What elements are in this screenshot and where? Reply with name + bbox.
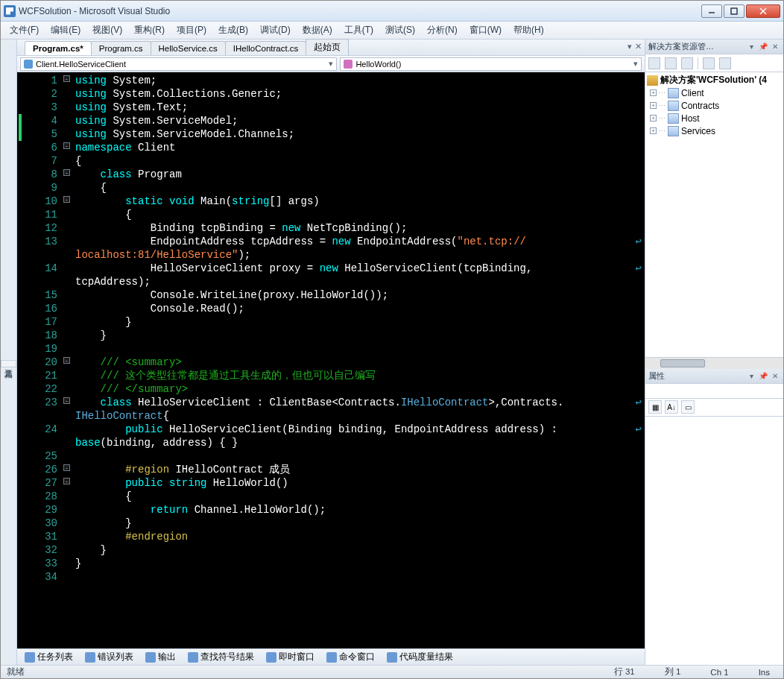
- code-line[interactable]: {: [75, 208, 642, 221]
- tab-Program.cs[interactable]: Program.cs: [91, 41, 151, 55]
- code-line[interactable]: }: [75, 517, 642, 530]
- bottom-tab-查找符号结果[interactable]: 查找符号结果: [183, 650, 259, 664]
- tab-close-icon[interactable]: ✕: [635, 42, 642, 51]
- project-Contracts[interactable]: +⋯Contracts: [647, 99, 782, 112]
- code-editor[interactable]: 1234567891011121314151617181920212223242…: [17, 72, 645, 648]
- menu-编辑(E)[interactable]: 编辑(E): [45, 22, 86, 38]
- code-line[interactable]: IHelloContract{: [75, 409, 642, 423]
- code-line[interactable]: [75, 342, 642, 356]
- properties-grid[interactable]: ▦ A↓ ▭: [645, 384, 783, 666]
- code-line[interactable]: Binding tcpBinding = new NetTcpBinding()…: [75, 221, 642, 235]
- refresh-icon[interactable]: [681, 57, 693, 69]
- code-line[interactable]: public HelloServiceClient(Binding bindin…: [75, 423, 642, 436]
- view-code-icon[interactable]: [703, 57, 715, 69]
- expand-icon[interactable]: +: [650, 115, 657, 121]
- bottom-tab-命令窗口[interactable]: 命令窗口: [322, 650, 379, 664]
- code-line[interactable]: }: [75, 329, 642, 342]
- expand-icon[interactable]: +: [650, 89, 657, 96]
- fold-toggle[interactable]: -: [63, 169, 70, 176]
- project-Services[interactable]: +⋯Services: [647, 124, 782, 137]
- show-all-icon[interactable]: [665, 57, 677, 69]
- code-line[interactable]: {: [75, 154, 642, 168]
- bottom-tab-代码度量结果[interactable]: 代码度量结果: [382, 650, 458, 664]
- code-line[interactable]: /// </summary>: [75, 382, 642, 396]
- code-line[interactable]: }: [75, 543, 642, 557]
- code-line[interactable]: base(binding, address) { }: [75, 436, 642, 449]
- alphabetical-icon[interactable]: A↓: [665, 400, 678, 414]
- tab-HelloService.cs[interactable]: HelloService.cs: [151, 41, 226, 55]
- close-icon[interactable]: ✕: [770, 42, 780, 52]
- fold-toggle[interactable]: -: [63, 142, 70, 149]
- rail-toolbox[interactable]: 工具箱: [1, 360, 16, 367]
- code-line[interactable]: static void Main(string[] args): [75, 195, 642, 208]
- close-icon[interactable]: ✕: [770, 370, 780, 381]
- code-line[interactable]: #endregion: [75, 530, 642, 543]
- tab-起始页[interactable]: 起始页: [306, 39, 349, 55]
- expand-icon[interactable]: +: [650, 102, 657, 109]
- menu-工具(T)[interactable]: 工具(T): [338, 22, 379, 38]
- code-line[interactable]: class HelloServiceClient : ClientBase<Co…: [75, 396, 642, 409]
- view-designer-icon[interactable]: [719, 57, 731, 69]
- code-line[interactable]: using System;: [75, 74, 642, 87]
- code-line[interactable]: {: [75, 181, 642, 195]
- fold-toggle[interactable]: -: [63, 75, 70, 82]
- dropdown-icon[interactable]: ▾: [746, 42, 756, 52]
- menu-项目(P)[interactable]: 项目(P): [171, 22, 212, 38]
- code-line[interactable]: #region IHelloContract 成员: [75, 463, 642, 476]
- menu-帮助(H)[interactable]: 帮助(H): [508, 22, 550, 38]
- code-line[interactable]: [75, 570, 642, 584]
- solution-root[interactable]: 解决方案'WCFSolution' (4: [647, 74, 782, 86]
- code-line[interactable]: }: [75, 315, 642, 329]
- pin-icon[interactable]: 📌: [758, 370, 768, 381]
- pin-icon[interactable]: 📌: [758, 42, 768, 52]
- properties-object-selector[interactable]: [645, 384, 783, 399]
- minimize-button[interactable]: [701, 4, 722, 18]
- property-pages-icon[interactable]: ▭: [681, 400, 695, 414]
- class-selector[interactable]: Client.HelloServiceClient ▾: [20, 57, 337, 71]
- expand-icon[interactable]: +: [650, 127, 657, 134]
- fold-toggle[interactable]: -: [63, 464, 70, 471]
- code-line[interactable]: class Program: [75, 168, 642, 181]
- member-selector[interactable]: HelloWorld() ▾: [340, 57, 642, 71]
- menu-重构(R)[interactable]: 重构(R): [128, 22, 171, 38]
- code-line[interactable]: namespace Client: [75, 141, 642, 154]
- code-line[interactable]: using System.Collections.Generic;: [75, 87, 642, 101]
- close-button[interactable]: [746, 4, 780, 18]
- maximize-button[interactable]: [724, 4, 745, 18]
- project-Host[interactable]: +⋯Host: [647, 112, 782, 124]
- fold-toggle[interactable]: -: [63, 357, 70, 364]
- code-line[interactable]: Console.WriteLine(proxy.HelloWorld());: [75, 288, 642, 302]
- tree-hscroll[interactable]: [645, 357, 783, 369]
- fold-toggle[interactable]: -: [63, 478, 70, 484]
- project-Client[interactable]: +⋯Client: [647, 86, 782, 99]
- menu-测试(S)[interactable]: 测试(S): [379, 22, 421, 38]
- code-line[interactable]: /// <summary>: [75, 356, 642, 369]
- menu-窗口(W)[interactable]: 窗口(W): [464, 22, 508, 38]
- menu-视图(V)[interactable]: 视图(V): [86, 22, 128, 38]
- dropdown-icon[interactable]: ▾: [746, 370, 756, 381]
- code-line[interactable]: EndpointAddress tcpAddress = new Endpoin…: [75, 235, 642, 248]
- bottom-tab-输出[interactable]: 输出: [141, 650, 180, 664]
- code-line[interactable]: {: [75, 490, 642, 503]
- fold-toggle[interactable]: -: [63, 397, 70, 404]
- menu-文件(F)[interactable]: 文件(F): [4, 22, 45, 38]
- solution-tree[interactable]: 解决方案'WCFSolution' (4 +⋯Client+⋯Contracts…: [645, 72, 783, 357]
- fold-toggle[interactable]: -: [63, 196, 70, 203]
- menu-生成(B)[interactable]: 生成(B): [212, 22, 254, 38]
- code-line[interactable]: using System.ServiceModel;: [75, 114, 642, 127]
- code-line[interactable]: HelloServiceClient proxy = new HelloServ…: [75, 262, 642, 275]
- menu-调试(D)[interactable]: 调试(D): [254, 22, 297, 38]
- bottom-tab-即时窗口[interactable]: 即时窗口: [262, 650, 319, 664]
- code-line[interactable]: Console.Read();: [75, 302, 642, 315]
- menu-分析(N)[interactable]: 分析(N): [421, 22, 464, 38]
- code-line[interactable]: using System.ServiceModel.Channels;: [75, 127, 642, 141]
- tab-Program.cs*[interactable]: Program.cs*: [25, 41, 92, 55]
- bottom-tab-任务列表[interactable]: 任务列表: [20, 650, 78, 664]
- properties-icon[interactable]: [648, 57, 660, 69]
- code-line[interactable]: localhost:81/HelloService");: [75, 248, 642, 262]
- code-line[interactable]: return Channel.HelloWorld();: [75, 503, 642, 517]
- code-line[interactable]: }: [75, 557, 642, 570]
- bottom-tab-错误列表[interactable]: 错误列表: [80, 650, 138, 664]
- code-line[interactable]: /// 这个类型往常都是通过工具生成的，但也可以自己编写: [75, 369, 642, 382]
- tab-dropdown-icon[interactable]: ▾: [627, 42, 632, 51]
